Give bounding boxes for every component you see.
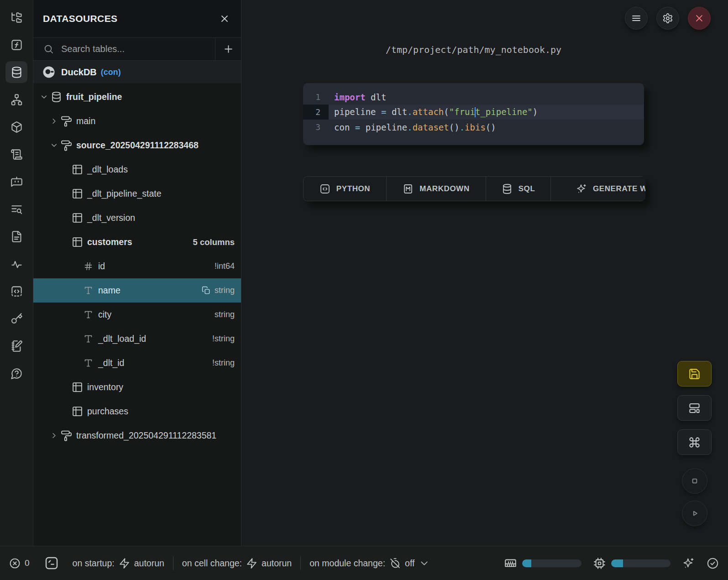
tree-schema-main[interactable]: main: [33, 109, 241, 133]
duckdb-logo-icon: [42, 65, 56, 79]
tree-database-fruit_pipeline[interactable]: fruit_pipeline: [33, 85, 241, 109]
tree-column-_dlt_id[interactable]: _dlt_id!string: [33, 351, 241, 375]
cell-side-actions: [677, 361, 712, 526]
type-icon: [84, 310, 93, 319]
database-icon: [51, 91, 62, 103]
sidebar-item-scratchpad[interactable]: [5, 335, 27, 357]
on-startup-setting[interactable]: on startup:autorun: [73, 558, 164, 569]
chevron-down-icon[interactable]: [40, 93, 51, 102]
divider: [300, 556, 301, 570]
function-square-icon: [10, 39, 23, 51]
chevron-down-icon: [40, 93, 48, 101]
command-icon: [688, 436, 701, 449]
circle-x-icon: [9, 558, 21, 569]
tree-table-_dlt_pipeline_state[interactable]: _dlt_pipeline_state: [33, 182, 241, 206]
sidebar-item-secrets[interactable]: [5, 308, 27, 329]
sidebar-item-file-explorer[interactable]: [5, 6, 27, 28]
settings-button[interactable]: [656, 7, 679, 30]
tree-table-_dlt_version[interactable]: _dlt_version: [33, 206, 241, 230]
copy-icon[interactable]: [202, 286, 210, 295]
code-cell[interactable]: 1import dlt2pipeline = dlt.attach("fruit…: [303, 83, 644, 145]
on-module-change-setting[interactable]: on module change:off: [309, 558, 430, 569]
marimo-app: DATASOURCES DuckDB (con) fruit_pipelinem…: [0, 0, 728, 580]
list-search-icon: [10, 203, 23, 215]
table-icon: [72, 236, 83, 248]
paint-roller-icon: [61, 140, 72, 151]
table-label: _dlt_pipeline_state: [87, 188, 162, 199]
on-startup-label: on startup:: [73, 558, 115, 569]
health-check-icon[interactable]: [707, 557, 719, 570]
tree-column-city[interactable]: citystring: [33, 303, 241, 327]
code-text: pipeline = dlt.attach("fruit_pipeline"): [334, 107, 538, 118]
bot-message-icon: [10, 176, 23, 188]
chevron-down-icon: [419, 558, 430, 569]
terminal-icon[interactable]: [44, 556, 59, 570]
add-markdown-cell-button[interactable]: MARKDOWN: [387, 176, 486, 201]
message-question-icon: [10, 367, 23, 380]
generate-with-ai-button[interactable]: GENERATE WITH AI: [551, 176, 645, 201]
sidebar-item-logs[interactable]: [5, 198, 27, 220]
add-markdown-cell-label: MARKDOWN: [419, 184, 470, 193]
on-cell-change-label: on cell change:: [182, 558, 242, 569]
sidebar-item-variables[interactable]: [5, 34, 27, 56]
shutdown-button[interactable]: [688, 7, 711, 30]
tree-column-id[interactable]: id!int64: [33, 254, 241, 278]
zap-icon: [119, 558, 130, 569]
sidebar-rail: [0, 0, 33, 546]
connection-duckdb[interactable]: DuckDB (con): [33, 61, 241, 84]
cpu-meter-track: [611, 559, 670, 567]
sidebar-item-outline[interactable]: [5, 280, 27, 302]
code-line-1: 1import dlt: [303, 89, 644, 105]
tree-schema-source_202504291112283468[interactable]: source_202504291112283468: [33, 133, 241, 157]
layout-button[interactable]: [677, 395, 712, 421]
sidebar-item-packages[interactable]: [5, 116, 27, 138]
search-row: [33, 38, 241, 61]
play-icon: [689, 507, 701, 519]
add-sql-cell-button[interactable]: SQL: [486, 176, 551, 201]
on-module-change-label: on module change:: [309, 558, 385, 569]
status-bar: 0 on startup:autorunon cell change:autor…: [0, 546, 728, 580]
tree-table-purchases[interactable]: purchases: [33, 399, 241, 423]
chevron-right-icon[interactable]: [50, 117, 61, 126]
tree-table-_dlt_loads[interactable]: _dlt_loads: [33, 157, 241, 182]
network-icon: [10, 94, 23, 106]
sidebar-item-snippets[interactable]: [5, 225, 27, 247]
tree-schema-transformed_202504291112283581[interactable]: transformed_202504291112283581: [33, 423, 241, 448]
sidebar-item-dependencies[interactable]: [5, 89, 27, 110]
table-meta: 5 columns: [193, 237, 235, 247]
box-icon: [10, 121, 23, 133]
close-panel-icon[interactable]: [219, 13, 230, 24]
errors-indicator[interactable]: 0: [9, 558, 30, 569]
panel-title: DATASOURCES: [43, 13, 117, 24]
sidebar-item-chat[interactable]: [5, 171, 27, 193]
chevron-right-icon: [50, 431, 58, 440]
add-datasource-button[interactable]: [215, 38, 241, 60]
timer-off-icon: [389, 558, 401, 569]
stop-button[interactable]: [682, 468, 707, 494]
keyboard-shortcuts-button[interactable]: [677, 429, 712, 455]
sidebar-item-help[interactable]: [5, 362, 27, 384]
search-input[interactable]: [61, 44, 215, 54]
notebook-menu-button[interactable]: [625, 7, 648, 30]
x-icon: [694, 13, 705, 24]
column-type: !string: [212, 334, 235, 344]
tree-column-_dlt_load_id[interactable]: _dlt_load_id!string: [33, 327, 241, 351]
save-button[interactable]: [677, 361, 712, 387]
ai-sparkles-icon[interactable]: [682, 557, 695, 570]
add-python-cell-button[interactable]: PYTHON: [303, 176, 387, 201]
memory-icon: [504, 557, 517, 570]
run-button[interactable]: [682, 501, 707, 526]
tree-column-name[interactable]: namestring: [33, 278, 241, 303]
sidebar-item-documentation[interactable]: [5, 143, 27, 165]
sidebar-item-tracing[interactable]: [5, 253, 27, 275]
table-label: inventory: [87, 382, 123, 392]
chevron-right-icon[interactable]: [50, 431, 61, 440]
on-cell-change-setting[interactable]: on cell change:autorun: [182, 558, 292, 569]
plus-icon: [223, 43, 234, 55]
tree-table-inventory[interactable]: inventory: [33, 375, 241, 399]
tree-table-customers[interactable]: customers5 columns: [33, 230, 241, 254]
connection-alias: (con): [101, 68, 121, 77]
schema-label: main: [76, 116, 95, 126]
sidebar-item-datasources[interactable]: [5, 61, 27, 83]
chevron-down-icon[interactable]: [50, 141, 61, 150]
